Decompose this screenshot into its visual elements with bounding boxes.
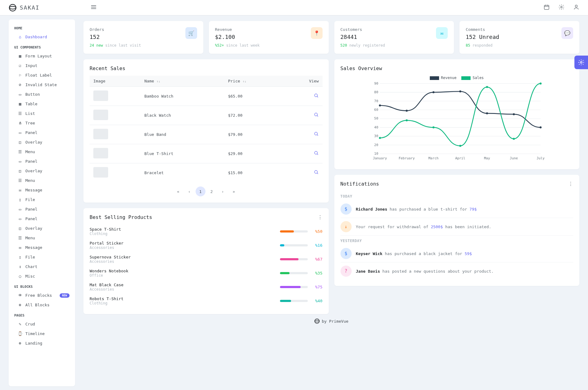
settings-fab[interactable] [574, 56, 588, 69]
nav-item-free-blocks[interactable]: 👁Free BlocksNEW [9, 291, 75, 300]
nav-item-message[interactable]: ✉Message [9, 243, 75, 252]
view-button[interactable] [314, 93, 319, 99]
logo[interactable]: SAKAI [9, 4, 40, 12]
notification-item[interactable]: $Keyser Wick has purchased a black jacke… [341, 245, 573, 262]
product-row: Portal StickerAccessories%16 [90, 238, 323, 252]
nav-icon: ▯ [18, 255, 22, 259]
page-last[interactable]: » [229, 187, 239, 196]
nav-label: Free Blocks [25, 293, 52, 298]
product-category: Accessories [90, 287, 276, 291]
nav-label: Panel [25, 207, 37, 212]
page-first[interactable]: « [173, 187, 183, 196]
page-2[interactable]: 2 [207, 187, 217, 196]
view-button[interactable] [314, 112, 319, 118]
nav-item-file[interactable]: ▯File [9, 252, 75, 262]
search-icon [314, 151, 319, 156]
view-button[interactable] [314, 132, 319, 137]
nav-label: Panel [25, 216, 37, 221]
nav-item-overlay[interactable]: ◫Overlay [9, 137, 75, 147]
stat-value: 152 Unread [466, 34, 499, 40]
nav-item-menu[interactable]: ☰Menu [9, 233, 75, 243]
notification-item[interactable]: ↓Your request for withdrawal of 2500$ ha… [341, 218, 573, 236]
nav-label: File [25, 197, 35, 202]
nav-item-file[interactable]: ▯File [9, 195, 75, 204]
notif-icon: $ [341, 203, 352, 215]
nav-icon: ☰ [18, 236, 22, 240]
nav-item-all-blocks[interactable]: ⊕All Blocks [9, 300, 75, 310]
nav-item-dashboard[interactable]: ⌂Dashboard [9, 32, 75, 42]
col-name[interactable]: Name ↑↓ [141, 76, 224, 87]
svg-point-9 [315, 170, 317, 173]
view-button[interactable] [314, 151, 319, 157]
nav-item-float-label[interactable]: ⚐Float Label [9, 70, 75, 80]
menu-toggle[interactable] [91, 4, 97, 11]
notif-text: Your request for withdrawal of 2500$ has… [356, 224, 491, 229]
svg-text:60: 60 [374, 108, 378, 112]
progress-bar [280, 272, 308, 274]
best-selling-menu[interactable]: ⋮ [318, 214, 323, 220]
notifications-title: Notifications [341, 181, 379, 187]
notif-text: Jane Davis has posted a new questions ab… [356, 269, 494, 274]
svg-point-39 [486, 112, 488, 115]
table-row: Blue Band$79.00 [90, 125, 323, 144]
svg-point-47 [513, 138, 515, 140]
nav-item-form-layout[interactable]: ▦Form Layout [9, 51, 75, 61]
legend-sales[interactable]: Sales [461, 76, 484, 80]
hamburger-icon [91, 4, 97, 10]
svg-point-41 [539, 126, 542, 128]
page-next[interactable]: › [218, 187, 228, 196]
nav-item-menu[interactable]: ☰Menu [9, 147, 75, 157]
nav-item-panel[interactable]: ▭Panel [9, 204, 75, 214]
nav-item-table[interactable]: ▦Table [9, 99, 75, 109]
settings-button[interactable] [558, 4, 565, 11]
nav-item-panel[interactable]: ▭Panel [9, 157, 75, 166]
calendar-button[interactable] [544, 4, 550, 11]
page-1[interactable]: 1 [196, 187, 205, 196]
page-prev[interactable]: ‹ [184, 187, 194, 196]
sort-icon: ↑↓ [243, 80, 246, 83]
nav-item-overlay[interactable]: ◫Overlay [9, 166, 75, 176]
nav-item-message[interactable]: ✉Message [9, 185, 75, 195]
nav-item-menu[interactable]: ☰Menu [9, 176, 75, 185]
legend-revenue[interactable]: Revenue [430, 76, 457, 80]
svg-text:January: January [373, 156, 387, 160]
notifications-menu[interactable]: ⋮ [568, 181, 573, 187]
sales-overview-title: Sales Overview [341, 65, 573, 71]
nav-label: Message [25, 245, 42, 250]
nav-item-button[interactable]: ▭Button [9, 90, 75, 99]
sales-chart: 102030405060708090JanuaryFebruaryMarchAp… [341, 82, 573, 162]
nav-item-chart[interactable]: ⫾Chart [9, 262, 75, 271]
nav-item-list[interactable]: ☰List [9, 109, 75, 118]
stat-sub: %52+ since last week [215, 43, 260, 48]
product-pct: %35 [312, 271, 323, 275]
nav-item-timeline[interactable]: ⌚Timeline [9, 329, 75, 334]
nav-icon: ✎ [18, 322, 22, 326]
col-price[interactable]: Price ↑↓ [224, 76, 283, 87]
nav-icon: ◫ [18, 169, 22, 173]
stat-label: Revenue [215, 27, 260, 32]
nav-item-panel[interactable]: ▭Panel [9, 128, 75, 137]
notif-icon: $ [341, 248, 352, 259]
user-button[interactable] [573, 4, 579, 11]
nav-item-crud[interactable]: ✎Crud [9, 319, 75, 329]
nav-item-input[interactable]: ☑Input [9, 61, 75, 70]
gear-icon [558, 4, 565, 10]
sidebar[interactable]: HOME⌂DashboardUI COMPONENTS▦Form Layout☑… [9, 19, 75, 334]
nav-label: Timeline [25, 331, 45, 334]
svg-point-3 [561, 6, 562, 8]
nav-item-misc[interactable]: ○Misc [9, 271, 75, 281]
product-name: Space T-Shirt [90, 227, 276, 232]
product-row: Space T-ShirtClothing%50 [90, 224, 323, 238]
notification-item[interactable]: $Richard Jones has purchased a blue t-sh… [341, 200, 573, 218]
view-button[interactable] [314, 170, 319, 176]
svg-point-8 [315, 151, 317, 154]
nav-item-overlay[interactable]: ◫Overlay [9, 224, 75, 233]
nav-item-invalid-state[interactable]: ⊘Invalid State [9, 80, 75, 90]
nav-item-tree[interactable]: ⋔Tree [9, 118, 75, 128]
svg-point-44 [432, 126, 434, 128]
nav-icon: 👁 [18, 293, 22, 298]
nav-item-panel[interactable]: ▭Panel [9, 214, 75, 224]
user-icon [573, 4, 579, 10]
nav-icon: ◫ [18, 226, 22, 231]
notification-item[interactable]: ?Jane Davis has posted a new questions a… [341, 262, 573, 280]
